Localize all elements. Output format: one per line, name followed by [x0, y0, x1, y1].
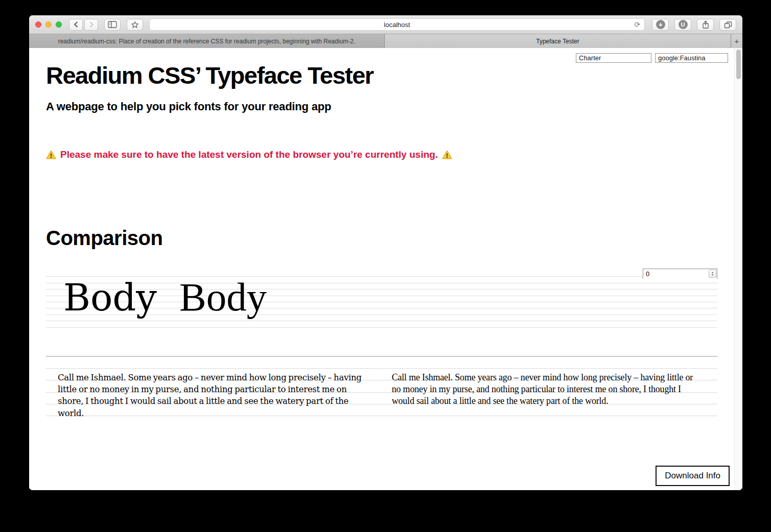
page-title: Readium CSS’ Typeface Tester [46, 61, 373, 89]
comparison-heading: Comparison [46, 227, 162, 250]
scrollbar-thumb[interactable] [736, 50, 741, 79]
toolbar-right-buttons: U [652, 19, 736, 31]
back-icon [73, 21, 80, 28]
forward-icon [88, 21, 95, 28]
browser-window: localhost ⟳ U [29, 15, 742, 490]
specimen-charter: Body [63, 276, 157, 319]
window-controls [35, 21, 62, 28]
extension-badge-icon: U [679, 20, 688, 29]
minimize-window-button[interactable] [45, 21, 52, 28]
browser-toolbar: localhost ⟳ U [29, 15, 742, 34]
stepper-down-icon[interactable]: ▼ [711, 274, 714, 276]
download-circle-icon [656, 20, 665, 29]
page-subtitle: A webpage to help you pick fonts for you… [46, 100, 331, 113]
new-tab-button[interactable]: + [731, 34, 742, 48]
download-info-button[interactable]: Download Info [656, 466, 730, 486]
browser-warning: Please make sure to have the latest vers… [46, 149, 452, 160]
tab-typeface-tester[interactable]: Typeface Tester [385, 34, 731, 48]
tab-overview-button[interactable] [719, 19, 736, 31]
zoom-window-button[interactable] [56, 21, 62, 28]
comparison-section: BodyBody ▲ ▼ Call me Ishmael. Some years… [46, 271, 717, 420]
top-sites-button[interactable] [127, 19, 143, 31]
address-bar-url: localhost [384, 21, 410, 29]
specimen-faustina: Body [179, 275, 267, 319]
paragraph-faustina: Call me Ishmael. Some years ago – never … [392, 357, 717, 420]
offset-number-field: ▲ ▼ [643, 269, 717, 279]
page-scrollbar[interactable] [734, 48, 742, 490]
screenshot-root: localhost ⟳ U [0, 0, 771, 532]
font-input-left[interactable] [576, 53, 651, 63]
close-window-button[interactable] [35, 21, 41, 28]
font-input-right[interactable] [655, 53, 728, 63]
back-button[interactable] [69, 19, 83, 31]
forward-button[interactable] [84, 19, 98, 31]
tab-readium-css[interactable]: readium/readium-css: Place of creation o… [29, 34, 385, 48]
sidebar-icon [108, 21, 117, 28]
font-name-inputs [576, 53, 728, 63]
paragraph-row: Call me Ishmael. Some years ago – never … [46, 356, 717, 420]
sidebar-button[interactable] [104, 19, 121, 31]
share-button[interactable] [697, 19, 714, 31]
warning-icon [46, 150, 56, 159]
specimen-row: BodyBody ▲ ▼ [46, 271, 717, 329]
star-icon [131, 21, 139, 29]
partial-next-heading: Details [46, 488, 250, 490]
share-icon [702, 20, 710, 29]
offset-input[interactable] [643, 270, 717, 279]
number-stepper[interactable]: ▲ ▼ [709, 270, 716, 278]
paragraph-charter: Call me Ishmael. Some years ago – never … [46, 357, 392, 420]
downloads-button[interactable] [652, 19, 669, 31]
address-bar[interactable]: localhost ⟳ [149, 18, 645, 31]
page-content: Readium CSS’ Typeface Tester A webpage t… [29, 48, 742, 490]
warning-icon [442, 150, 452, 159]
nav-buttons [69, 19, 98, 31]
reload-icon[interactable]: ⟳ [634, 20, 640, 29]
tabs-icon [724, 21, 732, 29]
extension-button[interactable]: U [674, 19, 691, 31]
specimen-words: BodyBody [46, 271, 267, 329]
tab-bar: readium/readium-css: Place of creation o… [29, 34, 742, 48]
warning-text: Please make sure to have the latest vers… [60, 149, 438, 160]
